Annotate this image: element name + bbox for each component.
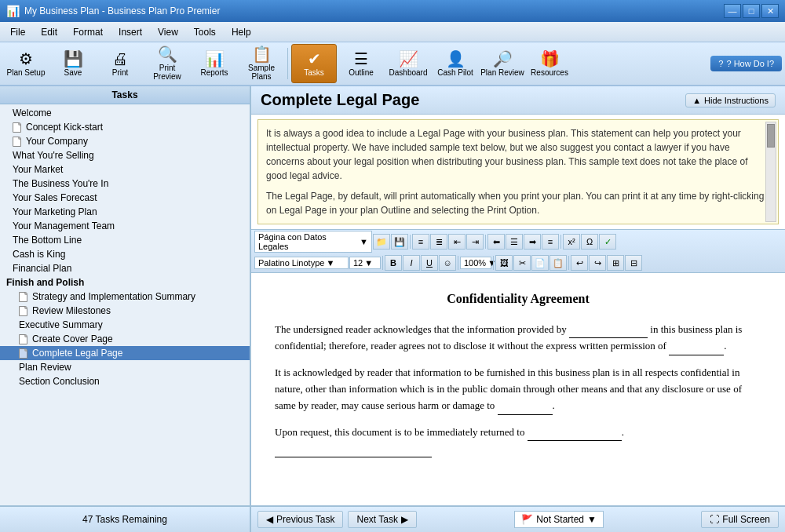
hide-instructions-label: Hide Instructions (704, 96, 769, 105)
sample-plans-icon: 📋 (252, 46, 272, 62)
maximize-button[interactable]: □ (743, 4, 760, 18)
et-cut-btn[interactable]: ✂ (513, 255, 531, 271)
et-align-right-btn[interactable]: ➡ (524, 234, 541, 250)
print-preview-button[interactable]: 🔍 Print Preview (144, 44, 190, 83)
zoom-value: 100% (464, 258, 486, 268)
underline-btn[interactable]: U (421, 255, 438, 271)
editor-area[interactable]: Confidentiality Agreement The undersigne… (251, 273, 785, 505)
dashboard-button[interactable]: 📈 Dashboard (385, 44, 431, 83)
close-button[interactable]: ✕ (761, 4, 779, 18)
menu-tools[interactable]: Tools (187, 24, 223, 41)
window-title: My Business Plan - Business Plan Pro Pre… (24, 5, 220, 16)
menu-format[interactable]: Format (66, 24, 110, 41)
et-align-left-btn[interactable]: ⬅ (487, 234, 505, 250)
hide-instructions-button[interactable]: ▲ Hide Instructions (685, 93, 776, 107)
status-badge[interactable]: 🚩 Not Started ▼ (514, 511, 604, 528)
task-review-milestones[interactable]: Review Milestones (0, 304, 250, 318)
app-icon: 📊 (6, 5, 20, 17)
next-task-button[interactable]: Next Task ▶ (348, 511, 416, 528)
how-do-i-button[interactable]: ? ? How Do I? (710, 56, 782, 71)
et-ordered-list-btn[interactable]: ≣ (430, 234, 447, 250)
task-create-cover-page[interactable]: Create Cover Page (0, 332, 250, 346)
task-your-company[interactable]: Your Company (0, 134, 250, 148)
menu-edit[interactable]: Edit (34, 24, 64, 41)
outline-button[interactable]: ☰ Outline (338, 44, 384, 83)
task-what-youre-selling[interactable]: What You're Selling (0, 148, 250, 162)
et-omega-btn[interactable]: Ω (581, 234, 598, 250)
instructions-p2: The Legal Page, by default, will print a… (266, 189, 770, 217)
font-dropdown[interactable]: Palatino Linotype ▼ (254, 257, 349, 269)
prev-task-label: Previous Task (276, 514, 334, 525)
et-unordered-list-btn[interactable]: ≡ (412, 234, 429, 250)
et-img-btn[interactable]: 🖼 (495, 255, 513, 271)
size-dropdown[interactable]: 12 ▼ (349, 257, 381, 269)
blank1 (569, 322, 648, 339)
et-justify-btn[interactable]: ≡ (542, 234, 559, 250)
tasks-button[interactable]: ✔ Tasks (291, 44, 337, 83)
para1: The undersigned reader acknowledges that… (275, 322, 761, 356)
previous-task-button[interactable]: ◀ Previous Task (257, 511, 343, 528)
print-preview-label: Print Preview (145, 64, 189, 81)
dashboard-label: Dashboard (389, 68, 428, 77)
task-complete-legal-page[interactable]: Complete Legal Page (0, 346, 250, 360)
et-paste-btn[interactable]: 📋 (550, 255, 567, 271)
task-marketing-plan[interactable]: Your Marketing Plan (0, 205, 250, 219)
menu-help[interactable]: Help (225, 24, 258, 41)
italic-btn[interactable]: I (403, 255, 420, 271)
plan-review-button[interactable]: 🔎 Plan Review (480, 44, 525, 83)
et-indent-right-btn[interactable]: ⇥ (466, 234, 484, 250)
menu-insert[interactable]: Insert (111, 24, 149, 41)
bold-btn[interactable]: B (385, 255, 402, 271)
cash-pilot-button[interactable]: 👤 Cash Pilot (433, 44, 478, 83)
et-folder-btn[interactable]: 📁 (373, 234, 390, 250)
et-redo-btn[interactable]: ↪ (589, 255, 606, 271)
zoom-dropdown[interactable]: 100% ▼ (460, 257, 491, 269)
window-controls[interactable]: — □ ✕ (724, 4, 779, 18)
menu-file[interactable]: File (3, 24, 32, 41)
et-align-center-btn[interactable]: ☰ (506, 234, 523, 250)
save-button[interactable]: 💾 Save (50, 44, 96, 83)
font-dropdown-arrow: ▼ (326, 258, 334, 268)
print-button[interactable]: 🖨 Print (97, 44, 143, 83)
resources-label: Resources (531, 68, 568, 77)
font-value: Palatino Linotype (258, 258, 324, 268)
complete-legal-page-label: Complete Legal Page (32, 348, 122, 359)
size-value: 12 (353, 258, 363, 268)
et-indent-left-btn[interactable]: ⇤ (448, 234, 466, 250)
document-title: Confidentiality Agreement (275, 289, 761, 309)
resources-button[interactable]: 🎁 Resources (527, 44, 572, 83)
task-business-youre-in[interactable]: The Business You're In (0, 177, 250, 191)
reports-button[interactable]: 📊 Reports (192, 44, 237, 83)
et-green-btn[interactable]: ✓ (599, 234, 616, 250)
task-bottom-line[interactable]: The Bottom Line (0, 233, 250, 247)
task-executive-summary[interactable]: Executive Summary (0, 318, 250, 332)
task-strategy-summary[interactable]: Strategy and Implementation Summary (0, 290, 250, 304)
instructions-scrollbar[interactable] (765, 122, 776, 222)
et-more1-btn[interactable]: ⊞ (607, 255, 624, 271)
task-management-team[interactable]: Your Management Team (0, 219, 250, 233)
task-plan-review[interactable]: Plan Review (0, 360, 250, 374)
et-undo-btn[interactable]: ↩ (571, 255, 588, 271)
emoji-btn[interactable]: ☺ (439, 255, 456, 271)
et-save-btn[interactable]: 💾 (391, 234, 408, 250)
menu-view[interactable]: View (151, 24, 185, 41)
task-concept-kickstart[interactable]: Concept Kick-start (0, 120, 250, 134)
et-superscript-btn[interactable]: x² (563, 234, 580, 250)
task-welcome[interactable]: Welcome (0, 106, 250, 120)
task-cash-is-king[interactable]: Cash is King (0, 247, 250, 261)
plan-setup-button[interactable]: ⚙ Plan Setup (3, 44, 49, 83)
task-section-conclusion[interactable]: Section Conclusion (0, 374, 250, 388)
doc-icon (19, 306, 27, 316)
fullscreen-button[interactable]: ⛶ Full Screen (701, 511, 779, 528)
task-your-market[interactable]: Your Market (0, 162, 250, 177)
scroll-thumb (767, 124, 775, 148)
sample-plans-button[interactable]: 📋 Sample Plans (239, 44, 284, 83)
et-copy-btn[interactable]: 📄 (531, 255, 549, 271)
task-financial-plan[interactable]: Financial Plan (0, 261, 250, 275)
task-sales-forecast[interactable]: Your Sales Forecast (0, 191, 250, 205)
tasks-panel: Tasks Welcome Concept Kick-start Your Co… (0, 86, 251, 505)
style-dropdown[interactable]: Página con Datos Legales ▼ (254, 231, 372, 253)
et-more2-btn[interactable]: ⊟ (625, 255, 642, 271)
minimize-button[interactable]: — (724, 4, 741, 18)
task-finish-polish[interactable]: Finish and Polish (0, 275, 250, 290)
